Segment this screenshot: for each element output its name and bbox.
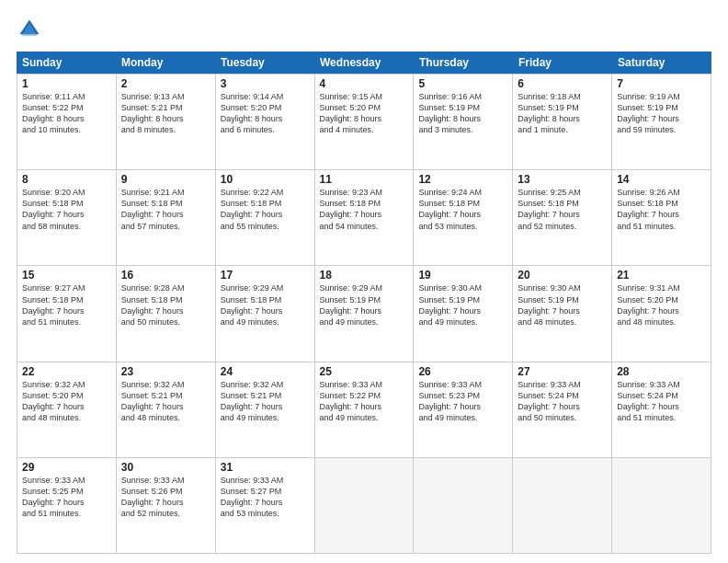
cell-info: Sunrise: 9:23 AMSunset: 5:18 PMDaylight:… — [320, 187, 409, 232]
table-row — [612, 458, 711, 554]
table-row: 20Sunrise: 9:30 AMSunset: 5:19 PMDayligh… — [513, 266, 612, 362]
header-wednesday: Wednesday — [314, 52, 414, 74]
table-row: 29Sunrise: 9:33 AMSunset: 5:25 PMDayligh… — [17, 458, 117, 554]
cell-info: Sunrise: 9:11 AMSunset: 5:22 PMDaylight:… — [22, 91, 111, 136]
table-row: 6Sunrise: 9:18 AMSunset: 5:19 PMDaylight… — [513, 75, 612, 170]
calendar-row: 15Sunrise: 9:27 AMSunset: 5:18 PMDayligh… — [17, 266, 711, 362]
cell-info: Sunrise: 9:33 AMSunset: 5:26 PMDaylight:… — [121, 475, 210, 520]
table-row: 7Sunrise: 9:19 AMSunset: 5:19 PMDaylight… — [612, 75, 711, 170]
day-number: 17 — [221, 269, 310, 282]
day-number: 13 — [518, 173, 607, 186]
table-row: 28Sunrise: 9:33 AMSunset: 5:24 PMDayligh… — [612, 362, 711, 458]
cell-info: Sunrise: 9:21 AMSunset: 5:18 PMDaylight:… — [121, 187, 210, 232]
cell-info: Sunrise: 9:29 AMSunset: 5:19 PMDaylight:… — [320, 282, 409, 327]
day-number: 28 — [617, 365, 706, 378]
table-row: 3Sunrise: 9:14 AMSunset: 5:20 PMDaylight… — [216, 75, 315, 170]
day-number: 18 — [320, 269, 409, 282]
day-number: 3 — [221, 77, 310, 90]
day-number: 25 — [320, 365, 409, 378]
table-row: 1Sunrise: 9:11 AMSunset: 5:22 PMDaylight… — [17, 75, 117, 170]
cell-info: Sunrise: 9:16 AMSunset: 5:19 PMDaylight:… — [418, 91, 507, 136]
header-saturday: Saturday — [612, 52, 711, 74]
day-number: 1 — [22, 77, 111, 90]
day-number: 21 — [617, 269, 706, 282]
table-row: 26Sunrise: 9:33 AMSunset: 5:23 PMDayligh… — [414, 362, 513, 458]
calendar-row: 22Sunrise: 9:32 AMSunset: 5:20 PMDayligh… — [17, 362, 711, 458]
cell-info: Sunrise: 9:24 AMSunset: 5:18 PMDaylight:… — [418, 187, 507, 232]
header-monday: Monday — [116, 52, 215, 74]
cell-info: Sunrise: 9:22 AMSunset: 5:18 PMDaylight:… — [221, 187, 310, 232]
day-number: 31 — [221, 461, 310, 474]
table-row: 13Sunrise: 9:25 AMSunset: 5:18 PMDayligh… — [513, 170, 612, 266]
table-row: 18Sunrise: 9:29 AMSunset: 5:19 PMDayligh… — [315, 266, 415, 362]
cell-info: Sunrise: 9:33 AMSunset: 5:24 PMDaylight:… — [617, 379, 706, 424]
table-row: 27Sunrise: 9:33 AMSunset: 5:24 PMDayligh… — [513, 362, 612, 458]
day-number: 15 — [22, 269, 111, 282]
cell-info: Sunrise: 9:19 AMSunset: 5:19 PMDaylight:… — [617, 91, 706, 136]
calendar: SundayMondayTuesdayWednesdayThursdayFrid… — [17, 52, 711, 554]
table-row: 10Sunrise: 9:22 AMSunset: 5:18 PMDayligh… — [216, 170, 315, 266]
cell-info: Sunrise: 9:33 AMSunset: 5:25 PMDaylight:… — [22, 475, 111, 520]
calendar-body: 1Sunrise: 9:11 AMSunset: 5:22 PMDaylight… — [17, 74, 711, 554]
day-number: 7 — [617, 77, 706, 90]
calendar-row: 29Sunrise: 9:33 AMSunset: 5:25 PMDayligh… — [17, 458, 711, 554]
table-row: 23Sunrise: 9:32 AMSunset: 5:21 PMDayligh… — [117, 362, 216, 458]
table-row: 21Sunrise: 9:31 AMSunset: 5:20 PMDayligh… — [612, 266, 711, 362]
cell-info: Sunrise: 9:30 AMSunset: 5:19 PMDaylight:… — [518, 282, 607, 327]
day-number: 5 — [418, 77, 507, 90]
table-row: 2Sunrise: 9:13 AMSunset: 5:21 PMDaylight… — [117, 75, 216, 170]
logo-icon — [17, 17, 42, 42]
cell-info: Sunrise: 9:27 AMSunset: 5:18 PMDaylight:… — [22, 282, 111, 327]
day-number: 11 — [320, 173, 409, 186]
day-number: 23 — [121, 365, 210, 378]
cell-info: Sunrise: 9:26 AMSunset: 5:18 PMDaylight:… — [617, 187, 706, 232]
day-number: 19 — [418, 269, 507, 282]
table-row — [315, 458, 415, 554]
cell-info: Sunrise: 9:32 AMSunset: 5:21 PMDaylight:… — [121, 379, 210, 424]
cell-info: Sunrise: 9:15 AMSunset: 5:20 PMDaylight:… — [320, 91, 409, 136]
table-row: 9Sunrise: 9:21 AMSunset: 5:18 PMDaylight… — [117, 170, 216, 266]
cell-info: Sunrise: 9:18 AMSunset: 5:19 PMDaylight:… — [518, 91, 607, 136]
table-row: 12Sunrise: 9:24 AMSunset: 5:18 PMDayligh… — [414, 170, 513, 266]
header — [17, 17, 711, 42]
table-row: 30Sunrise: 9:33 AMSunset: 5:26 PMDayligh… — [117, 458, 216, 554]
day-number: 4 — [320, 77, 409, 90]
table-row: 31Sunrise: 9:33 AMSunset: 5:27 PMDayligh… — [216, 458, 315, 554]
table-row: 14Sunrise: 9:26 AMSunset: 5:18 PMDayligh… — [612, 170, 711, 266]
day-number: 8 — [22, 173, 111, 186]
cell-info: Sunrise: 9:33 AMSunset: 5:22 PMDaylight:… — [320, 379, 409, 424]
day-number: 14 — [617, 173, 706, 186]
day-number: 27 — [518, 365, 607, 378]
table-row — [414, 458, 513, 554]
calendar-page: SundayMondayTuesdayWednesdayThursdayFrid… — [0, 0, 728, 563]
day-number: 10 — [221, 173, 310, 186]
cell-info: Sunrise: 9:32 AMSunset: 5:20 PMDaylight:… — [22, 379, 111, 424]
day-number: 20 — [518, 269, 607, 282]
cell-info: Sunrise: 9:25 AMSunset: 5:18 PMDaylight:… — [518, 187, 607, 232]
table-row — [513, 458, 612, 554]
cell-info: Sunrise: 9:29 AMSunset: 5:18 PMDaylight:… — [221, 282, 310, 327]
cell-info: Sunrise: 9:32 AMSunset: 5:21 PMDaylight:… — [221, 379, 310, 424]
cell-info: Sunrise: 9:13 AMSunset: 5:21 PMDaylight:… — [121, 91, 210, 136]
day-number: 2 — [121, 77, 210, 90]
logo — [17, 17, 46, 42]
day-number: 22 — [22, 365, 111, 378]
table-row: 16Sunrise: 9:28 AMSunset: 5:18 PMDayligh… — [117, 266, 216, 362]
cell-info: Sunrise: 9:20 AMSunset: 5:18 PMDaylight:… — [22, 187, 111, 232]
table-row: 25Sunrise: 9:33 AMSunset: 5:22 PMDayligh… — [315, 362, 415, 458]
cell-info: Sunrise: 9:31 AMSunset: 5:20 PMDaylight:… — [617, 282, 706, 327]
day-number: 16 — [121, 269, 210, 282]
table-row: 11Sunrise: 9:23 AMSunset: 5:18 PMDayligh… — [315, 170, 415, 266]
cell-info: Sunrise: 9:33 AMSunset: 5:24 PMDaylight:… — [518, 379, 607, 424]
day-number: 30 — [121, 461, 210, 474]
table-row: 5Sunrise: 9:16 AMSunset: 5:19 PMDaylight… — [414, 75, 513, 170]
cell-info: Sunrise: 9:28 AMSunset: 5:18 PMDaylight:… — [121, 282, 210, 327]
calendar-header: SundayMondayTuesdayWednesdayThursdayFrid… — [17, 52, 711, 74]
table-row: 8Sunrise: 9:20 AMSunset: 5:18 PMDaylight… — [17, 170, 117, 266]
day-number: 29 — [22, 461, 111, 474]
day-number: 26 — [418, 365, 507, 378]
header-tuesday: Tuesday — [215, 52, 314, 74]
table-row: 4Sunrise: 9:15 AMSunset: 5:20 PMDaylight… — [315, 75, 415, 170]
table-row: 17Sunrise: 9:29 AMSunset: 5:18 PMDayligh… — [216, 266, 315, 362]
day-number: 6 — [518, 77, 607, 90]
